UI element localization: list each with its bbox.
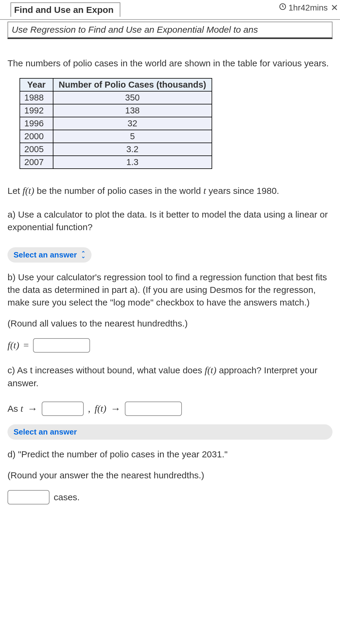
- cases-label: cases.: [54, 492, 80, 502]
- select-label: Select an answer: [14, 250, 77, 260]
- table-row: 1988350: [20, 91, 212, 104]
- table-row: 1992138: [20, 104, 212, 117]
- table-row: 20071.3: [20, 156, 212, 169]
- intro-text: The numbers of polio cases in the world …: [8, 57, 332, 70]
- as-t-label: As t: [8, 403, 23, 414]
- ft-label: f(t): [95, 403, 106, 414]
- tab-main[interactable]: Find and Use an Expon: [11, 2, 120, 17]
- table-row: 199632: [20, 117, 212, 130]
- subtab[interactable]: Use Regression to Find and Use an Expone…: [8, 22, 332, 38]
- table-row: 20053.2: [20, 143, 212, 156]
- col-year: Year: [20, 78, 53, 91]
- t-limit-input[interactable]: [42, 402, 84, 416]
- part-a-text: a) Use a calculator to plot the data. Is…: [8, 208, 332, 233]
- col-cases: Number of Polio Cases (thousands): [53, 78, 212, 91]
- ft-limit-input[interactable]: [125, 402, 182, 416]
- close-icon[interactable]: ✕: [331, 2, 338, 13]
- subtab-text: Use Regression to Find and Use an Expone…: [12, 25, 258, 35]
- eq-sign: =: [23, 340, 29, 351]
- ft-lhs: f(t): [8, 340, 19, 351]
- ft-input[interactable]: [33, 338, 90, 353]
- cases-input[interactable]: [8, 490, 50, 504]
- cases-row: cases.: [8, 490, 332, 504]
- select-answer-a[interactable]: Select an answer ⌃⌄: [8, 247, 92, 263]
- round-d-text: (Round your answer the the nearest hundr…: [8, 469, 332, 482]
- let-statement: Let f(t) be the number of polio cases in…: [8, 184, 332, 197]
- part-d-text: d) "Predict the number of polio cases in…: [8, 448, 332, 461]
- limit-row: As t → , f(t) →: [8, 402, 332, 416]
- polio-data-table: Year Number of Polio Cases (thousands) 1…: [20, 78, 212, 169]
- clock-icon: [279, 3, 287, 13]
- arrow-icon: →: [110, 403, 121, 414]
- comma: ,: [88, 403, 90, 414]
- table-row: 20005: [20, 130, 212, 143]
- tab-title: Find and Use an Expon: [14, 5, 114, 15]
- timer-widget: 1hr42mins ✕: [277, 2, 340, 14]
- updown-icon: ⌃⌄: [81, 252, 86, 258]
- select-label: Select an answer: [14, 427, 77, 437]
- timer-text: 1hr42mins: [288, 3, 328, 13]
- select-answer-c[interactable]: Select an answer: [8, 424, 332, 440]
- ft-equation-row: f(t) =: [8, 338, 332, 353]
- arrow-icon: →: [27, 403, 38, 414]
- part-b-text: b) Use your calculator's regression tool…: [8, 271, 332, 309]
- round-b-text: (Round all values to the nearest hundred…: [8, 317, 332, 330]
- part-c-text: c) As t increases without bound, what va…: [8, 363, 332, 390]
